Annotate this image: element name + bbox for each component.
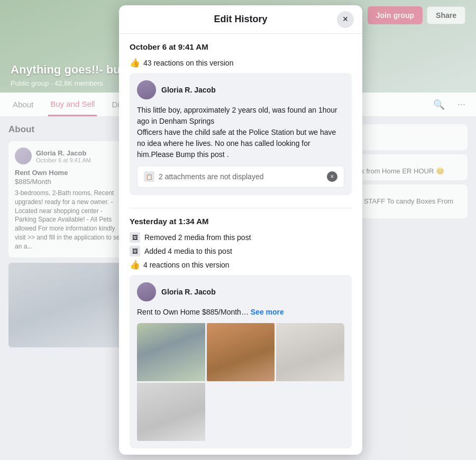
version-1-timestamp: October 6 at 9:41 AM [130, 42, 352, 51]
attachments-close-icon[interactable]: × [327, 171, 337, 182]
image-house-ext [137, 323, 205, 381]
version-2-reactions: 👍 4 reactions on this version [130, 260, 352, 270]
modal-close-button[interactable]: × [337, 11, 354, 28]
removed-media-row: 🖼 Removed 2 media from this post [130, 232, 352, 243]
version-1-reactions: 👍 43 reactions on this version [130, 58, 352, 68]
image-kitchen [207, 323, 275, 381]
modal-header: Edit History × [119, 5, 362, 34]
version-2-avatar [137, 282, 156, 301]
image-placeholder-1 [207, 383, 275, 441]
added-media-text: Added 4 media to this post [144, 247, 232, 255]
edit-history-modal: Edit History × October 6 at 9:41 AM 👍 43… [119, 5, 362, 455]
attachment-icon: 📋 [144, 171, 154, 182]
added-media-row: 🖼 Added 4 media to this post [130, 246, 352, 256]
image-empty-room [276, 323, 344, 381]
added-media-icon: 🖼 [130, 246, 140, 256]
version-1-post-text: This little boy, approximately 2 years o… [137, 105, 344, 160]
version-1-avatar [137, 80, 156, 99]
removed-media-icon: 🖼 [130, 232, 140, 243]
attachments-text: 2 attachments are not displayed [159, 172, 263, 181]
version-1-reaction-text: 43 reactions on this version [143, 59, 233, 67]
thumbs-up-icon-2: 👍 [130, 260, 140, 270]
version-1-author-row: Gloria R. Jacob [137, 80, 344, 99]
version-2-post-text: Rent to Own Home $885/Month… See more [137, 307, 344, 318]
version-1-author-name: Gloria R. Jacob [161, 86, 216, 94]
attachments-note: 📋 2 attachments are not displayed × [137, 165, 344, 188]
removed-media-text: Removed 2 media from this post [144, 233, 251, 242]
see-more-link[interactable]: See more [251, 308, 284, 316]
image-placeholder-2 [276, 383, 344, 441]
section-divider [130, 208, 352, 208]
version-2-post-card: Gloria R. Jacob Rent to Own Home $885/Mo… [130, 275, 352, 448]
thumbs-up-icon-1: 👍 [130, 58, 140, 68]
version-2-author-row: Gloria R. Jacob [137, 282, 344, 301]
version-2-reaction-text: 4 reactions on this version [143, 261, 230, 269]
image-grid [137, 323, 344, 441]
version-1-post-card: Gloria R. Jacob This little boy, approxi… [130, 73, 352, 195]
version-2-section: Yesterday at 1:34 AM 🖼 Removed 2 media f… [130, 217, 352, 448]
modal-body[interactable]: October 6 at 9:41 AM 👍 43 reactions on t… [119, 34, 362, 455]
version-2-author-name: Gloria R. Jacob [161, 288, 216, 296]
modal-title: Edit History [214, 14, 267, 25]
image-bathroom [137, 383, 205, 441]
version-2-timestamp: Yesterday at 1:34 AM [130, 217, 352, 226]
version-1-section: October 6 at 9:41 AM 👍 43 reactions on t… [130, 42, 352, 195]
